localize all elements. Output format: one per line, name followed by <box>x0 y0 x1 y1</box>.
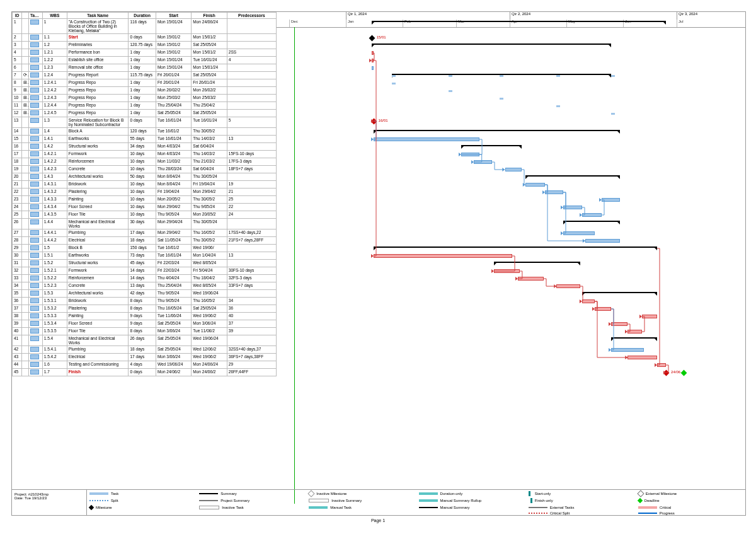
recurring-marker[interactable] <box>500 98 503 100</box>
gantt-chart-pane[interactable]: Qtr 1, 2024Qtr 2, 2024Qtr 3, 2024DecJanF… <box>277 12 745 504</box>
column-header[interactable]: WBS <box>42 13 67 19</box>
task-bar[interactable] <box>611 322 627 326</box>
table-row[interactable]: 351.5.3Architectural works42 daysThu 9/0… <box>13 290 277 298</box>
table-row[interactable]: 11⊞1.2.4.4Progress Repo1 dayThu 25/04/24… <box>13 102 277 110</box>
table-row[interactable]: 401.5.3.5Floor Tile8 daysMon 3/06/24Tue … <box>13 328 277 335</box>
task-bar[interactable] <box>642 315 656 318</box>
table-row[interactable]: 191.4.2.3Concrete10 daysThu 28/03/24Sat … <box>13 166 277 173</box>
table-row[interactable]: 281.4.4.2Electrical18 daysSat 11/05/24Th… <box>13 237 277 245</box>
summary-bar[interactable] <box>494 262 580 263</box>
table-row[interactable]: 291.5Block B150 daysTue 16/01/2Wed 19/06… <box>13 245 277 252</box>
table-row[interactable]: 231.4.3.3Painting10 daysMon 20/05/2Thu 3… <box>13 196 277 204</box>
table-row[interactable]: 211.4.3.1Brickwork10 daysMon 8/04/24Fri … <box>13 181 277 189</box>
task-bar[interactable] <box>518 277 544 281</box>
table-row[interactable]: 161.4.2Structural works34 daysMon 4/03/2… <box>13 143 277 151</box>
summary-bar[interactable] <box>525 175 621 177</box>
task-bar[interactable] <box>563 206 581 209</box>
task-bar[interactable] <box>627 330 642 334</box>
task-bar[interactable] <box>372 66 374 70</box>
table-row[interactable]: 361.5.3.1Brickwork8 daysThu 9/05/24Thu 1… <box>13 298 277 305</box>
task-bar[interactable] <box>657 363 667 367</box>
table-row[interactable]: 411.5.4Mechanical and Electrical Works26… <box>13 335 277 346</box>
table-row[interactable]: 421.5.4.1Plumbing18 daysSat 25/05/24Wed … <box>13 346 277 354</box>
task-bar[interactable] <box>474 160 492 164</box>
summary-bar[interactable] <box>372 21 666 22</box>
column-header[interactable]: Start <box>156 13 191 19</box>
task-bar[interactable] <box>374 254 513 258</box>
recurring-marker[interactable] <box>556 105 560 107</box>
task-bar[interactable] <box>545 190 563 194</box>
task-bar[interactable] <box>602 198 620 202</box>
summary-bar[interactable] <box>374 130 621 131</box>
table-row[interactable]: 7⟳1.2.4Progress Report115.75 daysFri 26/… <box>13 72 277 79</box>
summary-bar[interactable] <box>372 44 611 45</box>
table-row[interactable]: 171.4.2.1Formwork10 daysMon 4/03/24Thu 1… <box>13 151 277 158</box>
recurring-marker[interactable] <box>611 113 615 115</box>
task-bar[interactable] <box>556 284 580 288</box>
column-header[interactable]: Predecessors <box>227 13 276 19</box>
column-header[interactable]: Task Name <box>67 13 129 19</box>
table-row[interactable]: 61.2.3Removal site office1 dayMon 15/01/… <box>13 64 277 72</box>
task-bar[interactable] <box>627 356 656 359</box>
milestone-marker[interactable] <box>663 369 670 376</box>
table-row[interactable]: 381.5.3.3Painting9 daysTue 11/06/24Wed 1… <box>13 313 277 320</box>
table-row[interactable]: 41.2.1Performance bon1 dayMon 15/01/2Mon… <box>13 49 277 57</box>
table-row[interactable]: 151.4.1Earthworks55 daysTue 16/01/24Thu … <box>13 136 277 143</box>
table-row[interactable]: 451.7Finish0 daysMon 24/06/2Mon 24/06/22… <box>13 369 277 376</box>
table-row[interactable]: 141.4Block A120 daysTue 16/01/2Thu 30/05… <box>13 128 277 136</box>
table-row[interactable]: 301.5.1Earthworks73 daysTue 16/01/24Mon … <box>13 252 277 260</box>
task-bar[interactable] <box>595 307 611 311</box>
task-bar[interactable] <box>563 231 594 235</box>
column-header[interactable]: Finish <box>192 13 227 19</box>
task-bar[interactable] <box>525 183 546 187</box>
table-row[interactable]: 21.1Start0 daysMon 15/01/2Mon 15/01/2 <box>13 34 277 42</box>
table-row[interactable]: 371.5.3.2Plastering8 daysThu 16/05/24Sat… <box>13 305 277 313</box>
column-header[interactable] <box>22 13 29 19</box>
summary-bar[interactable] <box>374 247 657 248</box>
task-bar[interactable] <box>374 137 479 141</box>
summary-bar[interactable] <box>611 337 657 339</box>
task-table-pane[interactable]: IDTask ModeWBSTask NameDurationStartFini… <box>12 12 277 504</box>
table-row[interactable]: 12⊞1.2.4.5Progress Repo1 daySat 25/05/24… <box>13 110 277 117</box>
table-row[interactable]: 391.5.3.4Floor Screed9 daysSat 25/05/24M… <box>13 320 277 328</box>
column-header[interactable]: Task Mode <box>29 13 43 19</box>
task-bar[interactable] <box>461 153 479 156</box>
recurring-marker[interactable] <box>449 90 452 92</box>
summary-bar[interactable] <box>582 292 657 293</box>
table-row[interactable]: 251.4.3.5Floor Tile10 daysThu 9/05/24Mon… <box>13 211 277 219</box>
table-row[interactable]: 341.5.2.3Concrete13 daysThu 25/04/24Wed … <box>13 282 277 290</box>
table-row[interactable]: 261.4.4Mechanical and Electrical Works30… <box>13 219 277 229</box>
table-row[interactable]: 9⊞1.2.4.2Progress Repo1 dayMon 26/02/2Mo… <box>13 87 277 95</box>
table-row[interactable]: 321.5.2.1Formwork14 daysFri 22/03/24Fri … <box>13 267 277 275</box>
table-row[interactable]: 8⊞1.2.4.1Progress Repo1 dayFri 26/01/24F… <box>13 79 277 87</box>
milestone-marker[interactable] <box>370 118 377 124</box>
table-row[interactable]: 331.5.2.2Reinforcemen14 daysThu 4/04/24T… <box>13 275 277 282</box>
table-row[interactable]: 431.5.4.2Electrical17 daysMon 3/06/24Wed… <box>13 354 277 361</box>
summary-bar[interactable] <box>461 145 522 146</box>
task-bar[interactable] <box>582 213 602 217</box>
table-row[interactable]: 181.4.2.2Reinforcemen10 daysMon 11/03/2T… <box>13 158 277 166</box>
table-row[interactable]: 241.4.3.4Floor Screed10 daysMon 29/04/2T… <box>13 204 277 211</box>
table-row[interactable]: 31.2Preliminaries120.75 daysMon 15/01/2S… <box>13 42 277 49</box>
table-row[interactable]: 271.4.4.1Plumbing17 daysMon 29/04/2Thu 1… <box>13 229 277 237</box>
summary-bar[interactable] <box>563 221 620 222</box>
task-bar[interactable] <box>494 269 520 273</box>
table-row[interactable]: 441.6Testing and Commissioning4 daysWed … <box>13 361 277 369</box>
table-row[interactable]: 221.4.3.2Plastering10 daysFri 19/04/24Mo… <box>13 189 277 196</box>
task-bar[interactable] <box>372 51 374 55</box>
table-row[interactable]: 11"A Construction of Two (2) Blocks of O… <box>13 19 277 34</box>
task-bar[interactable] <box>611 348 644 352</box>
task-bar[interactable] <box>505 168 522 171</box>
table-row[interactable]: 51.2.2Establish site office1 dayMon 15/0… <box>13 57 277 64</box>
recurring-marker[interactable] <box>392 83 396 84</box>
column-header[interactable]: ID <box>13 13 22 19</box>
table-row[interactable]: 131.3Service Relocation for Block B by N… <box>13 117 277 128</box>
task-bar[interactable] <box>585 239 620 243</box>
table-row[interactable]: 311.5.2Structural works45 daysFri 22/03/… <box>13 260 277 267</box>
task-bar[interactable] <box>582 299 595 303</box>
task-bar[interactable] <box>372 59 374 62</box>
column-header[interactable]: Duration <box>129 13 156 19</box>
milestone-marker[interactable] <box>369 35 375 41</box>
table-row[interactable]: 201.4.3Architectural works50 daysMon 8/0… <box>13 173 277 181</box>
table-row[interactable]: 10⊞1.2.4.3Progress Repo1 dayMon 25/03/2M… <box>13 95 277 102</box>
